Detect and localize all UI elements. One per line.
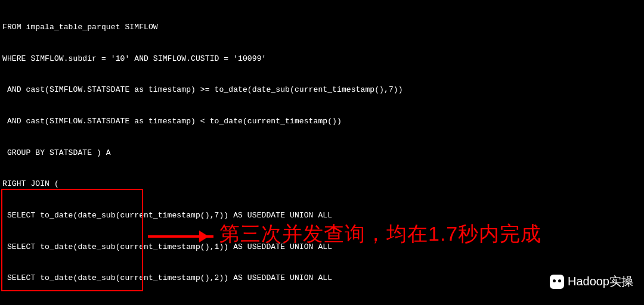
sql-line: GROUP BY STATSDATE ) A	[2, 148, 642, 158]
terminal-output[interactable]: FROM impala_table_parquet SIMFLOW WHERE …	[2, 1, 642, 305]
sql-line: WHERE SIMFLOW.subdir = '10' AND SIMFLOW.…	[2, 54, 642, 64]
sql-line: AND cast(SIMFLOW.STATSDATE as timestamp)…	[2, 116, 642, 127]
sql-line: AND cast(SIMFLOW.STATSDATE as timestamp)…	[2, 85, 642, 95]
sql-line: FROM impala_table_parquet SIMFLOW	[2, 22, 642, 33]
sql-line: SELECT to_date(date_sub(current_timestam…	[2, 210, 642, 221]
sql-line: SELECT to_date(date_sub(current_timestam…	[2, 273, 642, 284]
sql-line: SELECT to_date(date_sub(current_timestam…	[2, 242, 642, 253]
sql-line: RIGHT JOIN (	[2, 179, 642, 189]
